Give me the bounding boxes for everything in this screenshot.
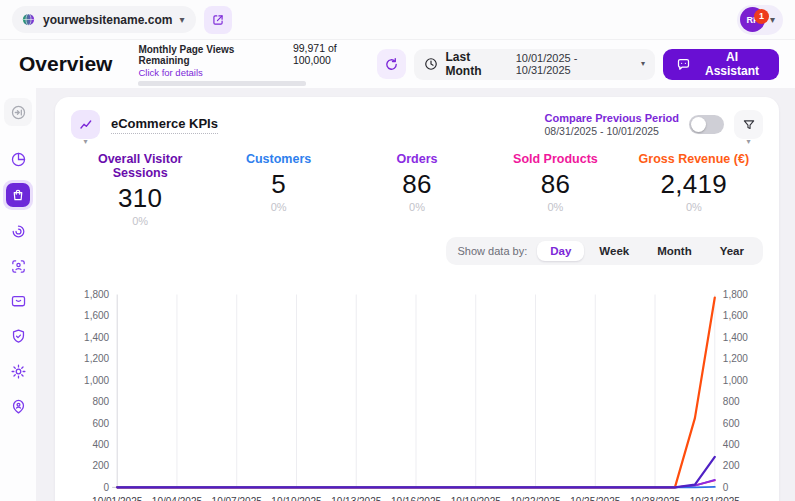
account-menu[interactable]: RF 1 ▾ (737, 5, 783, 35)
kpi-label: Gross Revenue (€) (625, 152, 763, 166)
svg-text:1,800: 1,800 (723, 289, 749, 300)
kpi-delta: 0% (209, 201, 347, 213)
kpi-delta: 0% (486, 201, 624, 213)
chevron-down-icon: ▾ (746, 137, 750, 146)
sidebar-item-panel-toggle[interactable] (4, 98, 32, 126)
pageviews-label: Monthly Page Views Remaining (138, 44, 286, 66)
gear-icon (10, 363, 27, 380)
kpi-customers[interactable]: Customers 5 0% (209, 152, 347, 227)
chevron-down-icon: ▾ (641, 60, 645, 68)
period-range: 10/01/2025 - 10/31/2025 (516, 52, 634, 76)
svg-text:10/01/2025: 10/01/2025 (92, 496, 143, 501)
kpi-delta: 0% (625, 201, 763, 213)
ai-assistant-button[interactable]: AI Assistant (663, 49, 779, 80)
panel-toggle-icon (10, 104, 27, 121)
globe-icon (21, 12, 36, 27)
kpi-delta: 0% (348, 201, 486, 213)
tab-month[interactable]: Month (644, 241, 704, 261)
svg-text:1,000: 1,000 (723, 375, 749, 386)
website-name: yourwebsitename.com (43, 13, 172, 27)
kpi-label: Orders (348, 152, 486, 166)
svg-text:200: 200 (92, 460, 109, 471)
ai-assistant-label: AI Assistant (698, 50, 766, 78)
kpi-label: Customers (209, 152, 347, 166)
compare-previous-period-label[interactable]: Compare Previous Period (545, 112, 680, 124)
widget-menu-button[interactable] (71, 110, 100, 139)
page-title: Overview (19, 52, 112, 76)
svg-text:1,200: 1,200 (723, 353, 749, 364)
sidebar-item-behavior[interactable] (4, 217, 32, 245)
chevron-down-icon: ▾ (83, 137, 87, 146)
svg-text:10/04/2025: 10/04/2025 (152, 496, 203, 501)
kpi-value: 2,419 (625, 169, 763, 200)
svg-text:10/07/2025: 10/07/2025 (212, 496, 263, 501)
person-pin-icon (10, 398, 27, 415)
sidebar (0, 88, 36, 501)
external-link-icon (211, 13, 225, 27)
shield-icon (10, 328, 27, 345)
kpi-overall-visitor-sessions[interactable]: Overall Visitor Sessions 310 0% (71, 152, 209, 227)
chevron-down-icon: ▾ (179, 15, 184, 25)
kpi-sold-products[interactable]: Sold Products 86 0% (486, 152, 624, 227)
kpi-row: Overall Visitor Sessions 310 0% Customer… (71, 152, 763, 227)
chat-icon (676, 57, 691, 72)
ecommerce-kpis-card: ▾ eCommerce KPIs Compare Previous Period… (55, 97, 779, 501)
svg-text:1,800: 1,800 (84, 289, 110, 300)
refresh-button[interactable] (377, 49, 407, 79)
svg-text:0: 0 (723, 482, 729, 493)
svg-text:800: 800 (723, 396, 740, 407)
refresh-icon (384, 57, 399, 72)
tab-week[interactable]: Week (586, 241, 642, 261)
filter-button[interactable] (734, 110, 763, 139)
kpi-value: 310 (71, 183, 209, 214)
tab-day[interactable]: Day (537, 241, 584, 261)
date-range-picker[interactable]: Last Month 10/01/2025 - 10/31/2025 ▾ (414, 49, 655, 80)
shopping-bag-icon (11, 188, 25, 202)
kpi-value: 86 (348, 169, 486, 200)
svg-text:10/25/2025: 10/25/2025 (570, 496, 621, 501)
user-scan-icon (10, 258, 27, 275)
kpi-label: Overall Visitor Sessions (71, 152, 209, 180)
clock-icon (424, 57, 438, 71)
sidebar-item-ecommerce[interactable] (3, 180, 33, 210)
page-header: Overview Monthly Page Views Remaining 99… (0, 40, 795, 88)
website-selector[interactable]: yourwebsitename.com ▾ (12, 6, 196, 33)
sidebar-item-locations[interactable] (4, 392, 32, 420)
funnel-icon (742, 118, 756, 132)
kpi-label: Sold Products (486, 152, 624, 166)
svg-text:0: 0 (104, 482, 110, 493)
sidebar-item-analytics[interactable] (4, 145, 32, 173)
svg-text:600: 600 (723, 418, 740, 429)
pie-chart-icon (10, 151, 27, 168)
main-content: ▾ eCommerce KPIs Compare Previous Period… (36, 88, 795, 501)
sidebar-item-security[interactable] (4, 322, 32, 350)
svg-text:10/16/2025: 10/16/2025 (391, 496, 442, 501)
kpi-orders[interactable]: Orders 86 0% (348, 152, 486, 227)
card-title: eCommerce KPIs (111, 116, 218, 134)
kpi-line-chart[interactable]: 002002004004006006008008001,0001,0001,20… (71, 273, 763, 501)
svg-text:1,600: 1,600 (84, 310, 110, 321)
pageviews-quota: Monthly Page Views Remaining 99,971 of 1… (138, 42, 376, 86)
pageviews-details-link[interactable]: Click for details (138, 67, 376, 78)
svg-text:10/13/2025: 10/13/2025 (331, 496, 382, 501)
open-website-button[interactable] (204, 6, 232, 34)
kpi-delta: 0% (71, 215, 209, 227)
svg-text:10/31/2025: 10/31/2025 (690, 496, 741, 501)
kpi-value: 5 (209, 169, 347, 200)
kpi-gross-revenue[interactable]: Gross Revenue (€) 2,419 0% (625, 152, 763, 227)
granularity-switcher: Show data by: Day Week Month Year (446, 237, 763, 265)
chat-monitor-icon (10, 293, 27, 310)
svg-text:1,400: 1,400 (723, 332, 749, 343)
compare-previous-range: 08/31/2025 - 10/01/2025 (545, 125, 680, 137)
compare-toggle[interactable] (689, 115, 724, 134)
sidebar-item-audience[interactable] (4, 252, 32, 280)
show-data-by-label: Show data by: (458, 245, 528, 257)
svg-text:1,200: 1,200 (84, 353, 110, 364)
svg-text:400: 400 (723, 439, 740, 450)
sidebar-item-feedback[interactable] (4, 287, 32, 315)
sidebar-item-settings[interactable] (4, 357, 32, 385)
chevron-down-icon: ▾ (770, 15, 775, 25)
svg-text:400: 400 (92, 439, 109, 450)
tab-year[interactable]: Year (707, 241, 757, 261)
kpi-value: 86 (486, 169, 624, 200)
